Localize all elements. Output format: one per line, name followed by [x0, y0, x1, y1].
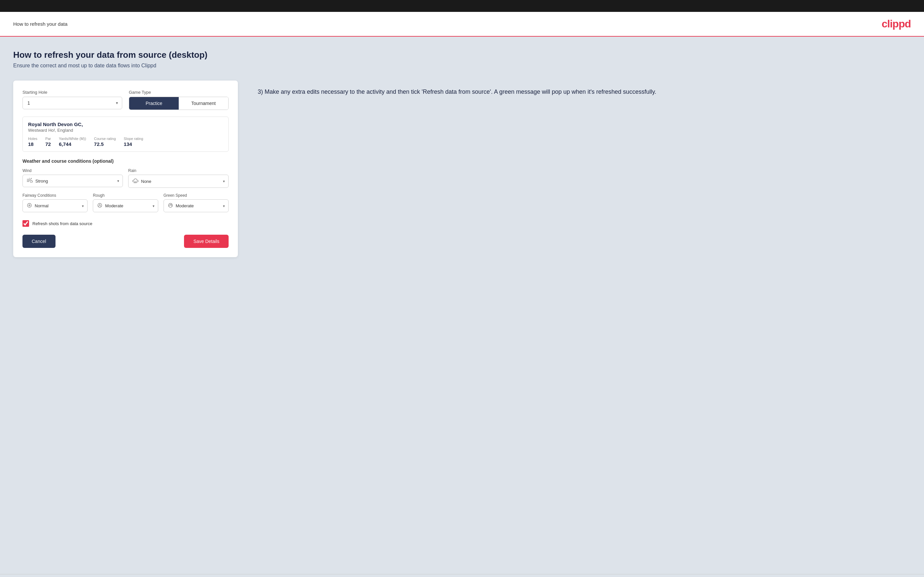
par-label: Par: [45, 137, 51, 140]
fairway-icon: [27, 203, 32, 209]
svg-line-1: [135, 182, 136, 183]
wind-icon: [27, 178, 33, 184]
starting-hole-group: Starting Hole 1 10 ▾: [23, 90, 122, 110]
course-info-box: Royal North Devon GC, Westward Ho!, Engl…: [23, 116, 229, 152]
yards-stat: Yards/White (M)) 6,744: [59, 137, 86, 147]
wind-select-wrapper[interactable]: Strong Calm Light Moderate ▾: [23, 175, 123, 187]
slope-rating-value: 134: [124, 141, 144, 147]
weather-section-title: Weather and course conditions (optional): [23, 158, 229, 164]
content-row: Starting Hole 1 10 ▾ Game Type Practice …: [13, 81, 911, 257]
green-speed-select-wrapper[interactable]: Moderate Slow Fast ▾: [163, 199, 229, 212]
svg-line-0: [134, 182, 134, 183]
course-rating-stat: Course rating 72.5: [94, 137, 116, 147]
holes-stat: Holes 18: [28, 137, 37, 147]
top-bar: [0, 0, 924, 12]
par-value: 72: [45, 141, 51, 147]
fairway-group: Fairway Conditions Normal Firm Soft: [23, 193, 87, 212]
starting-hole-label: Starting Hole: [23, 90, 122, 95]
rain-group: Rain None Light: [128, 168, 229, 188]
fairway-select-wrapper[interactable]: Normal Firm Soft ▾: [23, 199, 87, 212]
rough-select-wrapper[interactable]: Moderate Light Heavy ▾: [93, 199, 158, 212]
rough-group: Rough Moderate Light Heavy: [93, 193, 158, 212]
green-speed-select[interactable]: Moderate Slow Fast: [176, 203, 224, 208]
green-speed-label: Green Speed: [163, 193, 229, 198]
rain-select[interactable]: None Light Heavy: [141, 179, 224, 184]
fairway-select[interactable]: Normal Firm Soft: [35, 203, 83, 208]
form-row-top: Starting Hole 1 10 ▾ Game Type Practice …: [23, 90, 229, 110]
yards-value: 6,744: [59, 141, 86, 147]
form-actions: Cancel Save Details: [23, 235, 229, 248]
starting-hole-select-wrapper[interactable]: 1 10 ▾: [23, 97, 122, 109]
instruction-text: 3) Make any extra edits necessary to the…: [258, 87, 911, 97]
weather-row: Wind Strong Calm Light: [23, 168, 229, 188]
rain-select-wrapper[interactable]: None Light Heavy ▾: [128, 175, 229, 188]
course-rating-label: Course rating: [94, 137, 116, 140]
footer: Copyright Clippd 2022: [0, 574, 924, 577]
holes-value: 18: [28, 141, 37, 147]
green-speed-icon: [168, 203, 173, 209]
course-rating-value: 72.5: [94, 141, 116, 147]
game-type-buttons: Practice Tournament: [129, 97, 229, 110]
svg-point-4: [98, 203, 102, 207]
page-subtitle: Ensure the correct and most up to date d…: [13, 63, 911, 69]
slope-rating-label: Slope rating: [124, 137, 144, 140]
course-name: Royal North Devon GC,: [28, 121, 223, 127]
wind-group: Wind Strong Calm Light: [23, 168, 123, 188]
course-location: Westward Ho!, England: [28, 128, 223, 133]
practice-button[interactable]: Practice: [129, 97, 179, 110]
wind-select[interactable]: Strong Calm Light Moderate: [36, 179, 119, 184]
page-heading: How to refresh your data from source (de…: [13, 50, 911, 60]
game-type-label: Game Type: [129, 90, 229, 95]
green-speed-group: Green Speed Moderate Slow F: [163, 193, 229, 212]
side-instructions: 3) Make any extra edits necessary to the…: [258, 81, 911, 97]
cancel-button[interactable]: Cancel: [23, 235, 55, 248]
tournament-button[interactable]: Tournament: [179, 97, 228, 110]
par-stat: Par 72: [45, 137, 51, 147]
game-type-group: Game Type Practice Tournament: [129, 90, 229, 110]
course-stats: Holes 18 Par 72 Yards/White (M)) 6,744 C…: [28, 137, 223, 147]
conditions-row: Fairway Conditions Normal Firm Soft: [23, 193, 229, 212]
rain-icon: [132, 178, 139, 185]
save-details-button[interactable]: Save Details: [184, 235, 229, 248]
rough-icon: [97, 203, 102, 209]
form-card: Starting Hole 1 10 ▾ Game Type Practice …: [13, 81, 238, 257]
rain-label: Rain: [128, 168, 229, 173]
main-content: How to refresh your data from source (de…: [0, 37, 924, 574]
logo: clippd: [882, 18, 911, 30]
refresh-checkbox-row: Refresh shots from data source: [23, 220, 229, 227]
wind-label: Wind: [23, 168, 123, 173]
holes-label: Holes: [28, 137, 37, 140]
slope-rating-stat: Slope rating 134: [124, 137, 144, 147]
starting-hole-select[interactable]: 1 10: [27, 100, 117, 106]
rough-label: Rough: [93, 193, 158, 198]
header-title: How to refresh your data: [13, 21, 68, 27]
header: How to refresh your data clippd: [0, 12, 924, 37]
rough-select[interactable]: Moderate Light Heavy: [105, 203, 153, 208]
refresh-checkbox[interactable]: [23, 220, 29, 227]
refresh-checkbox-label: Refresh shots from data source: [32, 221, 92, 226]
fairway-label: Fairway Conditions: [23, 193, 87, 198]
svg-line-2: [136, 182, 136, 183]
yards-label: Yards/White (M)): [59, 137, 86, 140]
